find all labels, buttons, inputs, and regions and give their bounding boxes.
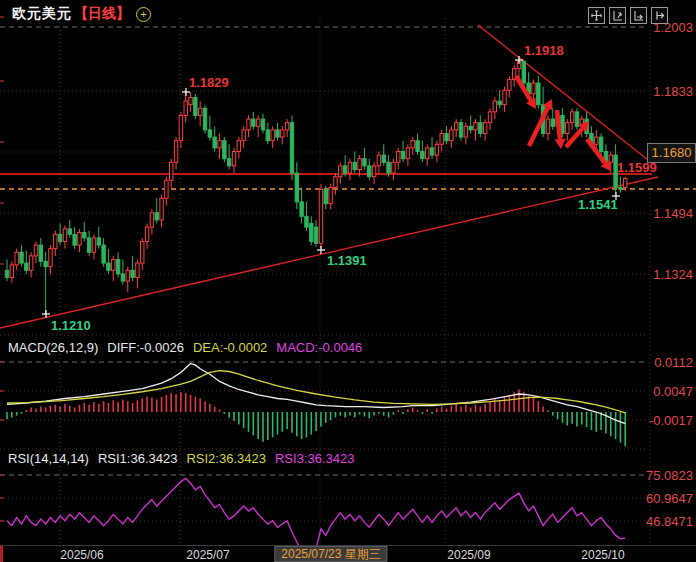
x-axis-label: 2025/06 [60,548,103,562]
crosshair-move-icon[interactable] [588,7,605,24]
symbol-title: 欧元美元 [12,5,72,23]
scale-vertical-icon[interactable] [609,7,626,24]
x-axis-label: 2025/10 [581,548,624,562]
macd-axis-label: -0.0017 [649,413,693,428]
rsi1-value: RSI1:36.3423 [98,451,178,466]
rsi2-value: RSI2:36.3423 [186,451,266,466]
price-annotation: 1.1829 [189,75,229,90]
chart-canvas[interactable] [0,0,696,562]
macd-diff-value: DIFF:-0.0026 [107,340,184,355]
macd-axis-label: 0.0047 [653,384,693,399]
price-annotation: 1.1918 [524,43,564,58]
price-annotation: 1.1391 [327,253,367,268]
current-price-badge: 1.1680 [647,143,696,163]
scale-horizontal-icon[interactable] [630,7,647,24]
rsi-indicator-row: RSI(14,14,14)RSI1:36.3423RSI2:36.3423RSI… [8,451,363,466]
rsi-param-label: RSI(14,14,14) [8,451,89,466]
macd-dea-value: DEA:-0.0002 [193,340,267,355]
macd-axis-label: 0.0112 [654,355,693,370]
rsi-axis-label: 75.0823 [646,468,693,483]
y-axis-label: 1.1494 [653,206,693,221]
add-indicator-icon[interactable]: + [136,7,151,22]
macd-macd-value: MACD:-0.0046 [276,340,362,355]
x-axis-label: 2025/09 [447,548,490,562]
rsi-axis-label: 60.9647 [646,491,693,506]
rsi-axis-label: 46.8471 [646,514,693,529]
title-bar: 欧元美元 【日线】 + [12,5,151,23]
y-axis-label: 1.1324 [653,267,693,282]
pan-right-icon[interactable] [651,7,668,24]
macd-indicator-row: MACD(26,12,9)DIFF:-0.0026DEA:-0.0002MACD… [8,340,371,355]
selected-date-badge: 2025/07/23 星期三 [274,546,387,562]
axis-corner-mark [0,546,3,562]
period-label: 【日线】 [74,5,130,23]
rsi3-value: RSI3:36.3423 [275,451,355,466]
y-axis-label: 1.1833 [653,84,693,99]
price-annotation: 1.1210 [51,318,91,333]
x-axis-label: 2025/07 [186,548,229,562]
chart-window: 欧元美元 【日线】 + MACD(26,12,9)DIFF:-0.0026DEA… [0,0,696,562]
macd-param-label: MACD(26,12,9) [8,340,98,355]
price-annotation: 1.1541 [578,197,618,212]
chart-toolbar [588,7,668,24]
